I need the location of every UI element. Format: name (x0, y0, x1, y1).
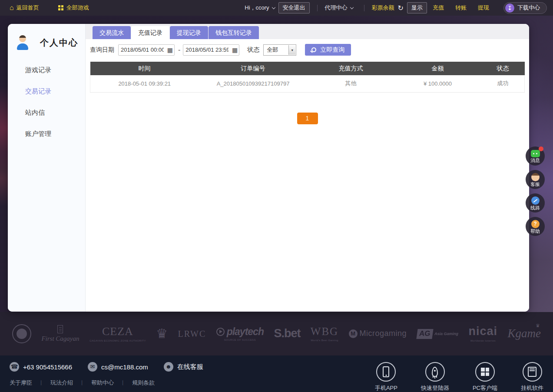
routes-label: 线路 (530, 205, 540, 210)
help-label: 帮助 (530, 229, 540, 234)
search-button-label: 立即查询 (320, 46, 344, 54)
main-panel: 个人中心 游戏记录 交易记录 站内信 账户管理 交易流水 充值记录 提现记录 钱… (8, 24, 529, 312)
sidebar-item-transaction-records[interactable]: 交易记录 (8, 81, 85, 102)
routes-button[interactable]: 线路 (526, 193, 545, 213)
footer-link-rules[interactable]: 规则条款 (132, 379, 155, 387)
header-status: 状态 (481, 62, 525, 75)
logo-crest: ♛ (156, 327, 168, 340)
agent-center-link[interactable]: 代理中心 (325, 4, 353, 12)
topbar: ⌂ 返回首页 全部游戏 Hi，ccory 安全退出 代理中心 彩票余额 ↻ 显示… (0, 0, 553, 16)
divider (317, 5, 318, 11)
topbar-left: ⌂ 返回首页 全部游戏 (10, 4, 108, 12)
footer-left: ☎ +63 9054515666 ✉ cs@mc188.com ☻ 在线客服 关… (10, 362, 219, 392)
footer-link-about[interactable]: 关于摩臣 (10, 379, 32, 387)
status-selected-value: 全部 (264, 47, 278, 53)
help-button[interactable]: ? 帮助 (526, 217, 545, 236)
records-table: 时间 订单编号 充值方式 金额 状态 2018-05-01 09:39:21 A… (90, 62, 525, 93)
pc-client-label: PC客户端 (473, 384, 497, 392)
email-address: cs@mc188.com (101, 363, 148, 371)
tab-wallet-transfer-records[interactable]: 钱包互转记录 (209, 26, 259, 39)
headset-icon: ☻ (164, 362, 173, 372)
messages-button[interactable]: 消息 (526, 146, 545, 166)
logo-lrwc: LRWC (178, 329, 206, 339)
chevron-down-icon (350, 5, 353, 9)
user-greeting: Hi，ccory (245, 4, 269, 12)
cell-time: 2018-05-01 09:39:21 (90, 75, 199, 92)
date-to-input[interactable] (183, 44, 239, 56)
footer: ☎ +63 9054515666 ✉ cs@mc188.com ☻ 在线客服 关… (0, 355, 553, 392)
header-order-number: 订单编号 (199, 62, 308, 75)
download-center-button[interactable]: ↧ 下载中心 (503, 2, 547, 14)
phone-contact: ☎ +63 9054515666 (10, 362, 72, 372)
transfer-link[interactable]: 转账 (455, 4, 467, 12)
online-service-link[interactable]: ☻ 在线客服 (164, 362, 203, 372)
footer-link-help-center[interactable]: 帮助中心 (91, 379, 114, 387)
withdraw-link[interactable]: 提现 (478, 4, 489, 12)
logo-ceza: CEZA CAGAYAN ECONOMIC ZONE AUTHORITY (89, 326, 146, 342)
footer-apps: 手机APP 快速登陆器 PC客户端 挂机软件 (351, 362, 543, 392)
divider (364, 5, 364, 11)
mobile-app-button[interactable]: 手机APP (375, 362, 397, 392)
home-icon: ⌂ (10, 4, 14, 11)
search-button[interactable]: 立即查询 (305, 44, 351, 56)
show-balance-button[interactable]: 显示 (407, 2, 427, 13)
logo-asia-gaming: AG Asia Gaming (417, 329, 459, 339)
divider: 丨 (120, 379, 126, 387)
footer-link-how-to-play[interactable]: 玩法介绍 (50, 379, 73, 387)
microgaming-icon: M (349, 329, 358, 338)
refresh-icon[interactable]: ↻ (398, 4, 404, 12)
page-1-button[interactable]: 1 (297, 113, 318, 124)
partner-logo-band: First Cagayan CEZA CAGAYAN ECONOMIC ZONE… (0, 312, 553, 355)
home-link[interactable]: ⌂ 返回首页 (10, 4, 39, 12)
tab-withdraw-records[interactable]: 提现记录 (170, 26, 208, 39)
sidebar-item-game-records[interactable]: 游戏记录 (8, 60, 85, 81)
logo-wbg: WBG World's Best Gaming (311, 326, 338, 342)
sidebar-item-account-management[interactable]: 账户管理 (8, 123, 85, 145)
customer-service-icon (531, 173, 540, 181)
home-label: 返回首页 (17, 4, 39, 12)
help-icon: ? (531, 220, 540, 228)
divider: 丨 (79, 379, 85, 387)
footer-links: 关于摩臣 丨 玩法介绍 丨 帮助中心 丨 规则条款 (10, 379, 219, 387)
contact-row: ☎ +63 9054515666 ✉ cs@mc188.com ☻ 在线客服 (10, 362, 219, 372)
phone-icon: ☎ (10, 362, 19, 372)
tab-recharge-records[interactable]: 充值记录 (131, 26, 169, 39)
all-games-link[interactable]: 全部游戏 (58, 4, 89, 12)
lottery-balance-label: 彩票余额 (372, 4, 394, 12)
deposit-link[interactable]: 充值 (433, 4, 444, 12)
calendar-icon[interactable] (167, 46, 173, 54)
status-select[interactable]: 全部 (263, 44, 296, 56)
download-center-label: 下载中心 (517, 4, 540, 12)
seal-icon (57, 325, 63, 333)
filter-bar: 查询日期 - 状态 全部 立即查询 (86, 39, 529, 60)
user-menu[interactable]: Hi，ccory (245, 4, 275, 12)
divider: 丨 (39, 379, 44, 387)
sidebar-item-site-mail[interactable]: 站内信 (8, 102, 85, 123)
cell-recharge-method: 其他 (308, 75, 394, 92)
download-icon: ↧ (505, 3, 514, 13)
tab-transaction-flow[interactable]: 交易流水 (93, 26, 131, 39)
agent-center-label: 代理中心 (325, 4, 348, 12)
quick-launcher-button[interactable]: 快速登陆器 (421, 362, 449, 392)
avatar (15, 35, 30, 50)
logout-button[interactable]: 安全退出 (278, 2, 310, 13)
customer-service-button[interactable]: 客服 (526, 170, 545, 189)
message-icon (531, 150, 540, 157)
quick-launcher-label: 快速登陆器 (421, 384, 449, 392)
chevron-down-icon (272, 5, 275, 9)
idle-software-button[interactable]: 挂机软件 (521, 362, 543, 392)
mobile-phone-icon (383, 366, 389, 377)
table-header: 时间 订单编号 充值方式 金额 状态 (90, 62, 525, 75)
search-icon (311, 47, 316, 52)
dropdown-arrow-icon[interactable] (288, 45, 295, 55)
pc-client-button[interactable]: PC客户端 (473, 362, 497, 392)
cell-amount: ¥ 100.0000 (394, 75, 481, 92)
cell-status: 成功 (481, 75, 525, 92)
logo-first-cagayan: First Cagayan (41, 325, 79, 342)
page-background: 个人中心 游戏记录 交易记录 站内信 账户管理 交易流水 充值记录 提现记录 钱… (0, 16, 553, 312)
calendar-icon[interactable] (232, 46, 238, 54)
date-from-input[interactable] (118, 44, 175, 56)
tab-bar: 交易流水 充值记录 提现记录 钱包互转记录 (86, 24, 529, 39)
floating-menu: 消息 客服 线路 ? 帮助 (526, 146, 545, 240)
topbar-right: Hi，ccory 安全退出 代理中心 彩票余额 ↻ 显示 充值 转账 提现 ↧ … (245, 2, 547, 14)
